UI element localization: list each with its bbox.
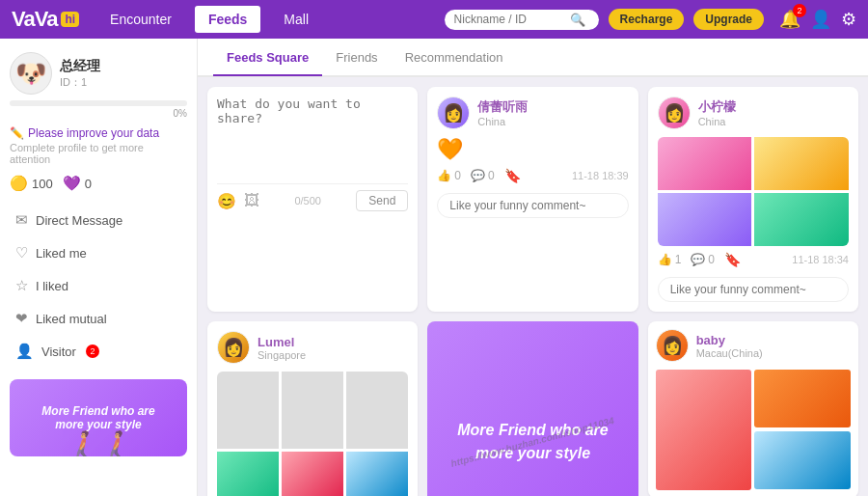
liked-mutual-label: Liked mutual (36, 312, 107, 326)
progress-bar-container (10, 100, 187, 106)
settings-icon[interactable]: ⚙ (841, 9, 856, 30)
lumel-img-2 (282, 372, 343, 449)
like-action[interactable]: 👍 0 (437, 169, 461, 182)
post-location-baby: Macau(China) (696, 347, 763, 359)
comment-count: 0 (488, 169, 495, 182)
liked-me-icon: ♡ (15, 244, 28, 262)
tab-feeds-square[interactable]: Feeds Square (213, 41, 322, 76)
sidebar: 🐶 总经理 ID：1 0% ✏️ Please improve your dat… (0, 39, 198, 496)
comment-action-right[interactable]: 💬 0 (691, 253, 715, 266)
direct-message-label: Direct Message (36, 213, 122, 228)
post-header-baby: 👩 baby Macau(China) (656, 329, 851, 362)
compose-footer: 😊 🖼 0/500 Send (217, 183, 408, 211)
tab-recommendation[interactable]: Recommendation (392, 41, 517, 76)
profile-name: 总经理 (60, 58, 100, 75)
sidebar-item-liked-me[interactable]: ♡ Liked me (10, 236, 187, 269)
post-image-grid (658, 137, 849, 246)
post-image-4 (754, 193, 849, 246)
save-icon-right[interactable]: 🔖 (724, 252, 741, 267)
post-avatar-baby: 👩 (656, 329, 689, 362)
post-card-qianleiting: 👩 倩蕾听雨 China 🧡 👍 0 💬 0 (427, 87, 637, 312)
lumel-img-4 (217, 452, 279, 496)
content-area: Feeds Square Friends Recommendation 😊 🖼 … (198, 39, 868, 496)
image-icon[interactable]: 🖼 (244, 192, 259, 209)
nav-feeds[interactable]: Feeds (195, 6, 260, 33)
improve-data-link[interactable]: ✏️ Please improve your data (10, 126, 187, 140)
comment-input-right[interactable] (658, 277, 849, 302)
post-location-lumel: Singapore (258, 349, 306, 361)
search-icon: 🔍 (570, 13, 585, 27)
coin-icon: 🟡 (10, 175, 28, 192)
avatar-image: 🐶 (15, 59, 46, 89)
post-header: 👩 倩蕾听雨 China (437, 96, 628, 129)
header-icons: 🔔 2 👤 ⚙ (779, 9, 856, 30)
send-button[interactable]: Send (356, 190, 408, 211)
feed-grid: 😊 🖼 0/500 Send 👩 倩蕾听雨 China 🧡 (198, 77, 868, 496)
tabs-bar: Feeds Square Friends Recommendation (198, 39, 868, 77)
recharge-button[interactable]: Recharge (609, 9, 685, 30)
compose-textarea[interactable] (217, 96, 408, 174)
profile-icon[interactable]: 👤 (810, 9, 831, 30)
sidebar-item-liked-mutual[interactable]: ❤ Liked mutual (10, 302, 187, 335)
notification-badge: 2 (793, 4, 806, 17)
post-user-info-lumel: Lumel Singapore (258, 335, 306, 361)
banner-middle-text: More Friend who are more your style (457, 419, 608, 465)
comment-action[interactable]: 💬 0 (471, 169, 495, 182)
compose-card: 😊 🖼 0/500 Send (207, 87, 418, 312)
sidebar-item-visitor[interactable]: 👤 Visitor 2 (10, 335, 187, 368)
post-location: China (477, 116, 528, 127)
sidebar-banner-text2: more your style (55, 418, 141, 431)
post-image-3 (658, 193, 752, 246)
post-username-lumel[interactable]: Lumel (258, 335, 306, 349)
visitor-label: Visitor (41, 344, 76, 359)
save-icon[interactable]: 🔖 (504, 168, 521, 183)
i-liked-icon: ☆ (15, 277, 28, 294)
post-username-right[interactable]: 小柠檬 (698, 98, 736, 116)
comment-input[interactable] (437, 193, 628, 218)
message-icon: ✉ (15, 211, 28, 229)
search-input[interactable] (454, 13, 570, 26)
pencil-icon: ✏️ (10, 126, 24, 140)
profile-id: ID：1 (60, 75, 100, 90)
baby-image-grid (656, 370, 851, 490)
like-icon: 👍 (437, 169, 451, 182)
comment-icon: 💬 (471, 169, 485, 182)
post-actions-right: 👍 1 💬 0 🔖 11-18 18:34 (658, 252, 849, 267)
banner-text-line1: More Friend who are (457, 422, 608, 438)
coins-item: 🟡 100 (10, 175, 53, 192)
post-username-baby[interactable]: baby (696, 333, 763, 347)
banner-middle-card: More Friend who are more your style 🚶🚶 h… (427, 321, 637, 496)
main-layout: 🐶 总经理 ID：1 0% ✏️ Please improve your dat… (0, 39, 868, 496)
like-action-right[interactable]: 👍 1 (658, 253, 682, 266)
logo[interactable]: VaVa hi (12, 7, 79, 32)
sidebar-item-i-liked[interactable]: ☆ I liked (10, 269, 187, 302)
nav-mall[interactable]: Mall (270, 6, 322, 33)
compose-count: 0/500 (294, 195, 321, 207)
sidebar-banner-text1: More Friend who are (41, 404, 154, 418)
search-bar[interactable]: 🔍 (445, 10, 599, 30)
post-avatar: 👩 (437, 96, 470, 129)
post-location-right: China (698, 116, 736, 127)
tab-friends[interactable]: Friends (322, 41, 391, 76)
logo-text: VaVa (12, 7, 57, 32)
coins-value: 100 (32, 177, 53, 191)
post-image-1 (658, 137, 752, 190)
improve-data-desc: Complete profile to get more attention (10, 142, 187, 165)
improve-data-text: Please improve your data (28, 126, 159, 140)
avatar: 🐶 (10, 52, 52, 95)
post-image-2 (754, 137, 849, 190)
profile-info: 总经理 ID：1 (60, 58, 100, 90)
post-username[interactable]: 倩蕾听雨 (477, 98, 528, 116)
lumel-img-6 (346, 452, 408, 496)
upgrade-button[interactable]: Upgrade (693, 9, 764, 30)
nav-encounter[interactable]: Encounter (96, 6, 185, 33)
compose-tools: 😊 🖼 (217, 192, 259, 210)
emoji-icon[interactable]: 😊 (217, 192, 236, 210)
post-avatar-lumel: 👩 (217, 331, 250, 364)
i-liked-label: I liked (36, 279, 68, 293)
visitor-icon: 👤 (15, 343, 34, 360)
sidebar-item-direct-message[interactable]: ✉ Direct Message (10, 204, 187, 236)
notification-icon[interactable]: 🔔 2 (779, 9, 800, 30)
heart-icon: 💜 (63, 175, 81, 192)
post-card-lumel: 👩 Lumel Singapore 👍 (207, 321, 418, 496)
